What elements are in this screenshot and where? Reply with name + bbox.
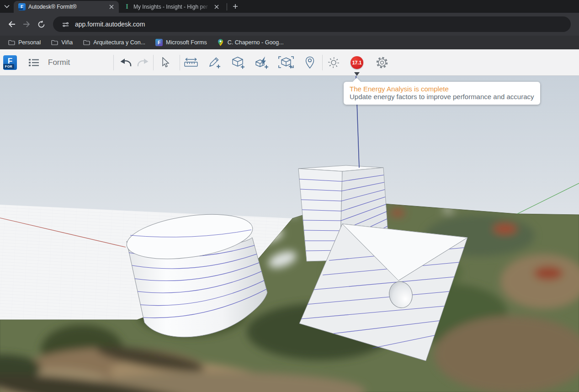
formit-logo[interactable]: F FOR xyxy=(3,55,17,70)
address-bar[interactable]: app.formit.autodesk.com xyxy=(53,16,571,32)
bookmark-label: Arquitectura y Con... xyxy=(93,39,145,46)
redo-icon xyxy=(137,57,150,68)
insight-favicon: I xyxy=(123,3,131,11)
tab-strip: F Autodesk® FormIt® I My Insights - Insi… xyxy=(0,0,579,13)
cube-selection-plus-icon xyxy=(278,56,294,69)
bookmark-label: Microsoft Forms xyxy=(166,39,207,46)
tooltip-title: The Energy Analysis is complete xyxy=(350,85,534,93)
pencil-plus-icon xyxy=(208,57,222,69)
tab-insight[interactable]: I My Insights - Insight - High per xyxy=(119,1,224,13)
undo-button[interactable] xyxy=(116,53,134,72)
bookmark-label: C. Chaperno - Goog... xyxy=(228,39,284,46)
tooltip-subtitle: Update energy factors to improve perform… xyxy=(350,93,534,101)
tab-formit[interactable]: F Autodesk® FormIt® xyxy=(14,1,119,13)
folder-icon xyxy=(51,39,58,46)
close-tab-icon[interactable] xyxy=(108,3,115,11)
tape-measure-icon xyxy=(183,57,199,68)
gear-icon xyxy=(375,56,389,69)
cube-lightning-plus-icon xyxy=(255,56,270,69)
badge-pointer-icon xyxy=(354,72,360,76)
generate-tool-button[interactable] xyxy=(253,53,271,72)
app-name: Formit xyxy=(48,58,70,67)
tab-title: Autodesk® FormIt® xyxy=(28,4,105,10)
undo-icon xyxy=(118,57,132,68)
toolbar-separator xyxy=(180,55,180,70)
dimension-tool-button[interactable] xyxy=(182,53,200,72)
formit-logo-ribbon: FOR xyxy=(3,64,14,69)
energy-analysis-tooltip: The Energy Analysis is complete Update e… xyxy=(344,82,540,105)
3d-viewport[interactable]: The Energy Analysis is complete Update e… xyxy=(0,76,579,392)
redo-button[interactable] xyxy=(134,53,153,72)
list-menu-icon xyxy=(29,58,39,67)
sun-icon xyxy=(327,56,340,69)
cube-plus-icon xyxy=(232,56,245,69)
bookmark-label: Viña xyxy=(61,39,73,46)
tab-title: My Insights - Insight - High per xyxy=(133,4,210,10)
main-menu-button[interactable] xyxy=(25,53,43,72)
3d-scene xyxy=(0,76,579,392)
google-maps-pin-icon xyxy=(217,39,224,46)
reload-icon[interactable] xyxy=(34,17,48,32)
energy-analysis-badge[interactable]: 17.1 xyxy=(351,56,363,69)
toolbar-separator xyxy=(153,55,154,70)
sun-shadows-button[interactable] xyxy=(324,53,343,72)
bookmark-personal[interactable]: Personal xyxy=(4,37,45,48)
new-tab-button[interactable] xyxy=(230,1,241,12)
ms-forms-icon: F xyxy=(155,39,163,46)
group-tool-button[interactable] xyxy=(277,53,295,72)
draw-tool-button[interactable] xyxy=(206,53,224,72)
tab-separator xyxy=(227,3,227,11)
folder-icon xyxy=(83,39,90,46)
formit-favicon: F xyxy=(18,3,26,11)
back-icon[interactable] xyxy=(5,17,19,32)
bookmark-label: Personal xyxy=(18,39,41,46)
location-tool-button[interactable] xyxy=(301,53,319,72)
bookmark-microsoft-forms[interactable]: F Microsoft Forms xyxy=(151,37,211,48)
folder-icon xyxy=(8,39,15,46)
select-cursor-icon xyxy=(161,57,170,68)
forward-icon[interactable] xyxy=(19,17,34,32)
bookmarks-bar: Personal Viña Arquitectura y Con... F Mi… xyxy=(0,36,579,49)
settings-button[interactable] xyxy=(373,53,391,72)
tabstrip-chevron-icon[interactable] xyxy=(1,1,13,12)
bookmark-chaperno-maps[interactable]: C. Chaperno - Goog... xyxy=(213,37,288,48)
toolbar-separator xyxy=(113,55,114,70)
close-tab-icon[interactable] xyxy=(213,3,220,11)
browser-toolbar: app.formit.autodesk.com xyxy=(0,13,579,36)
toolbar-separator xyxy=(322,55,323,70)
select-tool-button[interactable] xyxy=(156,53,175,72)
site-settings-icon[interactable] xyxy=(59,18,71,30)
bookmark-arquitectura[interactable]: Arquitectura y Con... xyxy=(79,37,149,48)
bookmark-vina[interactable]: Viña xyxy=(47,37,77,48)
primitives-tool-button[interactable] xyxy=(229,53,248,72)
location-pin-icon xyxy=(305,56,315,69)
formit-toolbar: F FOR Formit xyxy=(0,49,579,76)
url-text: app.formit.autodesk.com xyxy=(75,21,145,28)
